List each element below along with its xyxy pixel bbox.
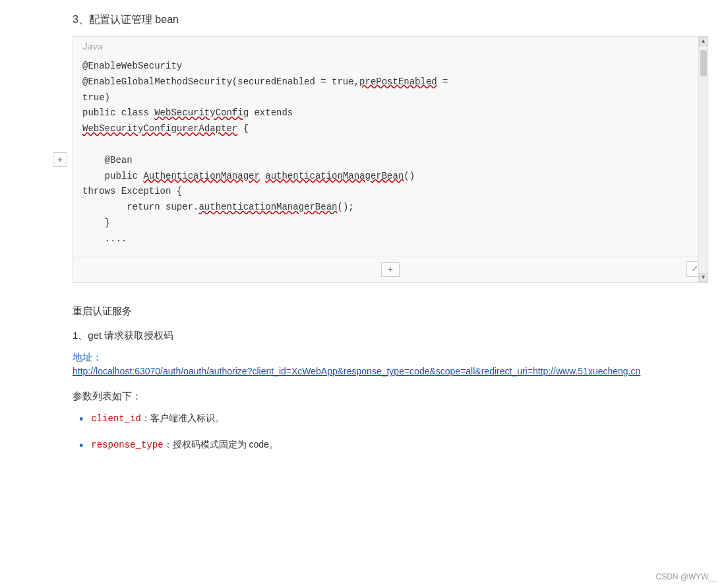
url-link[interactable]: http://localhost:63070/auth/oauth/author…	[73, 366, 640, 376]
expand-icon-left[interactable]: +	[53, 152, 67, 167]
code-line-1: @EnableWebSecurity @EnableGlobalMethodSe…	[82, 61, 448, 244]
address-label: 地址：	[73, 351, 708, 364]
bullet-icon-1: •	[79, 410, 83, 429]
param-2-desc: ：授权码模式固定为 code。	[164, 439, 278, 450]
bullet-icon-2: •	[79, 436, 83, 456]
csdn-watermark: CSDN @WYW__	[655, 572, 717, 581]
code-lang-label: Java	[73, 37, 708, 55]
code-expand-bottom: +	[73, 256, 708, 282]
scroll-up-btn[interactable]: ▲	[699, 37, 708, 46]
code-block: Java @EnableWebSecurity @EnableGlobalMet…	[73, 36, 708, 283]
param-1-desc: ：客户端准入标识。	[141, 413, 224, 423]
code-expand-bottom-btn[interactable]: +	[381, 262, 400, 277]
params-title: 参数列表如下：	[73, 390, 708, 403]
url-text: http://localhost:63070/auth/oauth/author…	[73, 364, 708, 380]
main-content: 3、配置认证管理 bean + Java @EnableWebSecurity …	[0, 0, 728, 588]
scrollbar-right[interactable]: ▲ ▼	[698, 37, 708, 282]
list-item: • response_type：授权码模式固定为 code。	[79, 437, 708, 456]
step1-title: 1、get 请求获取授权码	[73, 330, 708, 342]
list-item: • client_id：客户端准入标识。	[79, 411, 708, 429]
param-2-name: response_type	[91, 440, 163, 450]
restart-section-title: 重启认证服务	[73, 303, 708, 320]
scroll-down-btn[interactable]: ▼	[699, 273, 708, 282]
param-1-content: client_id：客户端准入标识。	[91, 411, 224, 426]
scrollbar-thumb[interactable]	[700, 50, 707, 76]
param-2-content: response_type：授权码模式固定为 code。	[91, 437, 278, 452]
code-block-wrapper: + Java @EnableWebSecurity @EnableGlobalM…	[73, 36, 708, 283]
section-title: 3、配置认证管理 bean	[73, 13, 708, 27]
param-1-name: client_id	[91, 413, 141, 424]
param-list: • client_id：客户端准入标识。 • response_type：授权码…	[79, 411, 708, 456]
code-body: @EnableWebSecurity @EnableGlobalMethodSe…	[73, 55, 708, 256]
